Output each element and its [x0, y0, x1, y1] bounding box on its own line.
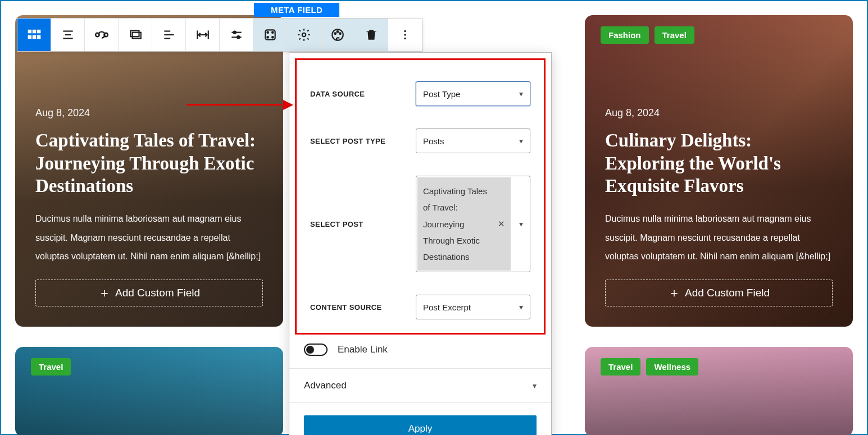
- content-source-value: Post Excerpt: [423, 303, 471, 312]
- add-custom-field-button[interactable]: ＋ Add Custom Field: [35, 280, 263, 306]
- chevron-down-icon: ▾: [533, 381, 537, 390]
- post-date: Aug 8, 2024: [605, 107, 833, 119]
- tag-list: Travel Wellness: [601, 358, 698, 376]
- chevron-down-icon: ▾: [519, 136, 523, 145]
- select-post-row: SELECT POST Captivating Tales of Travel:…: [310, 176, 530, 272]
- post-card[interactable]: Travel Wellness: [585, 347, 853, 435]
- data-source-select[interactable]: Post Type ▾: [416, 81, 530, 106]
- svg-rect-4: [33, 35, 35, 38]
- meta-field-popover: DATA SOURCE Post Type ▾ SELECT POST TYPE…: [289, 52, 552, 435]
- select-post-value: Captivating Tales of Travel: Journeying …: [423, 186, 487, 262]
- post-title: Culinary Delights: Exploring the World's…: [605, 129, 833, 197]
- highlighted-fields-region: DATA SOURCE Post Type ▾ SELECT POST TYPE…: [295, 58, 546, 335]
- post-excerpt: Ducimus nulla minima laboriosam aut magn…: [605, 209, 833, 266]
- justify-icon[interactable]: [152, 19, 186, 51]
- chevron-down-icon: ▾: [519, 89, 523, 98]
- tag-badge[interactable]: Wellness: [646, 358, 698, 376]
- styles-icon[interactable]: [321, 19, 355, 51]
- svg-point-22: [237, 36, 239, 38]
- chevron-down-icon: ▾: [519, 303, 523, 312]
- meta-field-badge: META FIELD: [254, 3, 339, 17]
- data-source-value: Post Type: [423, 89, 460, 99]
- width-icon[interactable]: [186, 19, 220, 51]
- post-card[interactable]: Aug 8, 2024 Captivating Tales of Travel:…: [15, 15, 283, 327]
- svg-point-25: [272, 31, 274, 33]
- data-source-row: DATA SOURCE Post Type ▾: [310, 81, 530, 106]
- chevron-down-icon[interactable]: ▾: [512, 176, 530, 272]
- svg-point-26: [267, 36, 269, 38]
- post-type-label: SELECT POST TYPE: [310, 137, 408, 145]
- svg-rect-2: [37, 30, 40, 33]
- padding-icon[interactable]: [253, 19, 287, 51]
- post-type-value: Posts: [423, 136, 444, 146]
- column-left: Aug 8, 2024 Captivating Tales of Travel:…: [15, 15, 283, 435]
- post-type-row: SELECT POST TYPE Posts ▾: [310, 129, 530, 153]
- plus-icon: ＋: [668, 287, 680, 299]
- more-icon[interactable]: [388, 19, 422, 51]
- tag-list: Travel: [31, 358, 71, 376]
- svg-point-30: [334, 33, 336, 34]
- apply-button[interactable]: Apply: [304, 415, 537, 435]
- content-source-select[interactable]: Post Excerpt ▾: [416, 295, 530, 319]
- clear-icon[interactable]: ✕: [498, 216, 505, 232]
- tag-list: Fashion Travel: [601, 26, 694, 44]
- svg-point-27: [272, 36, 274, 38]
- sliders-icon[interactable]: [220, 19, 253, 51]
- post-title: Captivating Tales of Travel: Journeying …: [35, 129, 263, 197]
- tag-badge[interactable]: Travel: [655, 26, 694, 44]
- select-post-select[interactable]: Captivating Tales of Travel: Journeying …: [416, 176, 530, 272]
- svg-rect-3: [28, 35, 31, 38]
- align-icon[interactable]: [51, 19, 85, 51]
- gear-icon[interactable]: [287, 19, 321, 51]
- svg-point-28: [302, 33, 306, 37]
- grid-icon[interactable]: [17, 19, 51, 51]
- loop-icon[interactable]: [85, 19, 119, 51]
- advanced-section-toggle[interactable]: Advanced ▾: [289, 368, 551, 403]
- tag-badge[interactable]: Travel: [31, 358, 71, 376]
- data-source-label: DATA SOURCE: [310, 90, 408, 98]
- svg-rect-1: [33, 30, 35, 33]
- svg-point-20: [233, 31, 235, 34]
- content-source-label: CONTENT SOURCE: [310, 303, 408, 312]
- svg-point-35: [404, 38, 406, 39]
- tag-badge[interactable]: Travel: [601, 358, 640, 376]
- svg-point-34: [404, 34, 406, 35]
- select-post-label: SELECT POST: [310, 220, 408, 228]
- enable-link-toggle[interactable]: [304, 344, 328, 356]
- post-card[interactable]: Travel: [15, 347, 283, 435]
- svg-point-32: [339, 33, 340, 34]
- advanced-label: Advanced: [304, 380, 347, 391]
- add-custom-field-label: Add Custom Field: [685, 287, 770, 299]
- enable-link-row: Enable Link: [289, 340, 551, 368]
- select-post-token[interactable]: Captivating Tales of Travel: Journeying …: [417, 177, 511, 271]
- tag-badge[interactable]: Fashion: [601, 26, 649, 44]
- post-type-select[interactable]: Posts ▾: [416, 129, 530, 153]
- post-card[interactable]: Fashion Travel Aug 8, 2024 Culinary Deli…: [585, 15, 853, 327]
- trash-icon[interactable]: [355, 19, 388, 51]
- svg-point-33: [404, 30, 406, 32]
- svg-rect-0: [28, 30, 31, 33]
- svg-rect-5: [37, 35, 40, 38]
- block-toolbar: [17, 18, 422, 52]
- svg-point-10: [104, 33, 108, 37]
- column-right: Fashion Travel Aug 8, 2024 Culinary Deli…: [585, 15, 853, 435]
- post-excerpt: Ducimus nulla minima laboriosam aut magn…: [35, 209, 263, 266]
- svg-point-9: [96, 33, 99, 37]
- svg-rect-23: [265, 30, 275, 39]
- svg-point-31: [337, 31, 338, 33]
- editor-viewport: Aug 8, 2024 Captivating Tales of Travel:…: [0, 0, 868, 435]
- add-custom-field-button[interactable]: ＋ Add Custom Field: [605, 280, 833, 306]
- enable-link-label: Enable Link: [338, 344, 388, 355]
- post-date: Aug 8, 2024: [35, 107, 263, 119]
- add-custom-field-label: Add Custom Field: [115, 287, 200, 299]
- plus-icon: ＋: [98, 287, 111, 299]
- stack-icon[interactable]: [119, 19, 152, 51]
- content-source-row: CONTENT SOURCE Post Excerpt ▾: [310, 295, 530, 319]
- svg-point-24: [267, 31, 269, 33]
